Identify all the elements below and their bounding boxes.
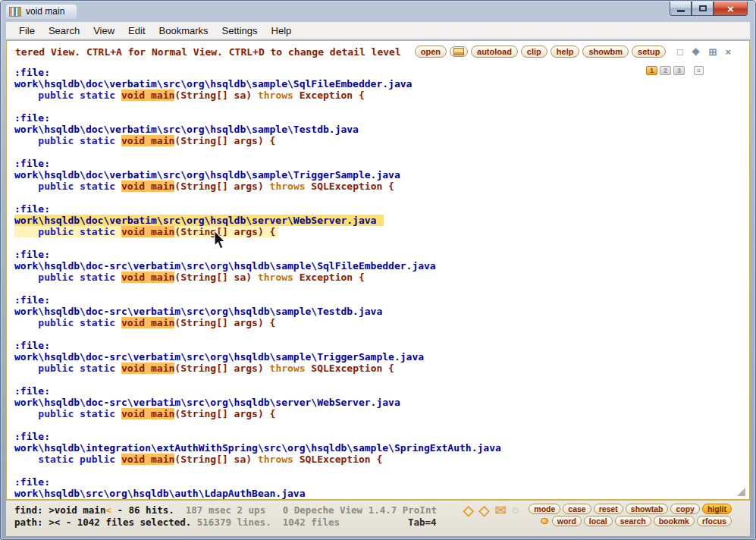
file-path-text: work\hsqldb\src\org\hsqldb\auth\LdapAuth… [14,488,306,499]
maximize-icon [699,5,707,11]
toolbar-button-help[interactable]: help [551,46,580,58]
code-segment: public static [14,226,121,237]
file-path-text: work\hsqldb\doc\verbatim\src\org\hsqldb\… [14,124,359,135]
toolbar-button-open[interactable]: open [415,46,447,58]
code-line[interactable]: public static void main(String[] args) { [14,226,749,237]
open-image-button[interactable] [450,46,468,57]
file-path-line[interactable]: work\hsqldb\doc\verbatim\src\org\hsqldb\… [14,78,749,89]
result-block: :file:work\hsqldb\doc-src\verbatim\src\o… [14,340,749,374]
page-badge-2[interactable]: 2 [660,66,671,75]
status-button-word[interactable]: word [552,516,582,526]
file-path-line[interactable]: work\hsqldb\src\org\hsqldb\auth\LdapAuth… [14,488,749,499]
toolbar-icons: □❖⊞× [677,46,731,58]
status-buttons-row2: wordlocalsearchbookmkrfocus [541,516,732,526]
file-path-line[interactable]: work\hsqldb\doc\verbatim\src\org\hsqldb\… [14,124,749,135]
status-buttons-row1: modecaseresetshowtabcopyhiglit [529,504,732,514]
status-button-case[interactable]: case [563,504,591,514]
code-line[interactable]: public static void main(String[] args) { [14,317,749,328]
record-icon[interactable]: ○ [512,504,519,516]
title-bar[interactable]: void main × [2,2,754,22]
status-button-local[interactable]: local [584,516,613,526]
status-segment: - 86 hits. [111,504,174,516]
result-block: :file:work\hsqldb\src\org\hsqldb\auth\Ld… [14,476,749,499]
minimize-button[interactable] [670,2,692,16]
status-bar: find: >void main< - 86 hits. 187 msec 2 … [6,500,750,536]
page-badge-1[interactable]: 1 [646,66,657,75]
toolbar-button-clip[interactable]: clip [521,46,547,58]
file-path-line[interactable]: work\hsqldb\doc\verbatim\src\org\hsqldb\… [14,215,749,226]
tile-window-icon[interactable]: ⊞ [709,46,717,58]
code-segment: void main [121,317,174,328]
code-line-text: public static void main(String[] args) { [14,408,275,419]
menu-item-bookmarks[interactable]: Bookmarks [152,23,215,39]
code-line-text: static public void main(String[] sa) thr… [14,454,382,465]
menu-item-settings[interactable]: Settings [215,23,265,39]
file-path-line[interactable]: work\hsqldb\doc-src\verbatim\src\org\hsq… [14,306,749,317]
frame-icon[interactable]: □ [677,46,683,58]
code-line[interactable]: public static void main(String[] args) t… [14,363,749,374]
file-path-line[interactable]: work\hsqldb\doc-src\verbatim\src\org\hsq… [14,351,749,363]
code-line[interactable]: public static void main(String[] args) { [14,135,749,146]
code-line-text: public static void main(String[] args) { [14,226,278,237]
code-line[interactable]: static public void main(String[] sa) thr… [14,454,749,465]
status-button-reset[interactable]: reset [594,504,623,514]
code-segment: Exception { [293,89,365,101]
menu-item-file[interactable]: File [12,23,42,39]
code-segment: public static [14,272,121,283]
prev-diamond-icon[interactable]: ◇ [463,504,474,517]
gear-icon[interactable]: ❖ [692,46,701,58]
file-path-line[interactable]: work\hsqldb\doc-src\verbatim\src\org\hsq… [14,260,749,272]
code-segment: void main [121,226,174,237]
code-line-text: public static void main(String[] sa) thr… [14,272,365,283]
code-line-text: public static void main(String[] sa) thr… [14,89,365,101]
code-segment: public static [14,135,121,146]
menu-item-view[interactable]: View [86,23,121,39]
status-button-copy[interactable]: copy [670,504,700,514]
code-line[interactable]: public static void main(String[] sa) thr… [14,272,749,283]
code-line[interactable]: public static void main(String[] args) { [14,408,749,419]
mail-icon[interactable]: ✉ [495,504,507,517]
file-path-line[interactable]: work\hsqldb\doc\verbatim\src\org\hsqldb\… [14,169,749,181]
status-segment: find: >void main [14,504,105,516]
file-path-text: work\hsqldb\doc\verbatim\src\org\hsqldb\… [14,78,412,89]
menu-item-help[interactable]: Help [265,23,299,39]
file-path-text: work\hsqldb\doc-src\verbatim\src\org\hsq… [14,351,424,363]
menu-item-search[interactable]: Search [42,23,86,39]
file-marker: :file: [14,112,749,124]
status-segment: path: >< - 1042 files selected. [14,516,191,528]
result-block: :file:work\hsqldb\integration\extAuthWit… [14,431,749,465]
close-button[interactable]: × [714,2,748,16]
code-segment: SQLException { [293,454,382,465]
code-segment: throws [258,89,293,101]
resize-grip[interactable] [737,488,745,496]
list-icon[interactable]: ≡ [694,66,704,75]
close-panel-icon[interactable]: × [725,46,731,58]
status-button-higlit[interactable]: higlit [702,504,732,514]
status-icons: ◇◇✉○ [463,504,519,517]
toolbar-button-showbm[interactable]: showbm [582,46,629,58]
maximize-button[interactable] [692,2,714,16]
code-segment: SQLException { [306,363,394,374]
code-line[interactable]: public static void main(String[] sa) thr… [14,89,749,101]
code-segment: void main [121,181,174,192]
toolbar-button-setup[interactable]: setup [632,46,666,58]
status-button-mode[interactable]: mode [529,504,560,514]
status-button-bookmk[interactable]: bookmk [654,516,695,526]
code-line-text: public static void main(String[] args) { [14,317,275,328]
code-segment: (String[] args) { [174,135,275,146]
code-line[interactable]: public static void main(String[] args) t… [14,181,749,192]
next-diamond-icon[interactable]: ◇ [479,504,490,517]
file-marker: :file: [14,340,749,351]
status-button-showtab[interactable]: showtab [626,504,669,514]
status-button-rfocus[interactable]: rfocus [697,516,732,526]
file-path-text: work\hsqldb\doc-src\verbatim\src\org\hsq… [14,306,382,317]
menu-item-edit[interactable]: Edit [121,23,152,39]
file-path-line[interactable]: work\hsqldb\doc-src\verbatim\src\org\hsq… [14,397,749,408]
status-button-search[interactable]: search [615,516,651,526]
code-segment: public static [14,317,121,328]
page-badge-3[interactable]: 3 [673,66,685,75]
file-path-text: work\hsqldb\doc\verbatim\src\org\hsqldb\… [14,169,400,181]
file-path-line[interactable]: work\hsqldb\integration\extAuthWithSprin… [14,442,749,454]
status-segment: < [105,504,111,516]
toolbar-button-autoload[interactable]: autoload [471,46,518,58]
